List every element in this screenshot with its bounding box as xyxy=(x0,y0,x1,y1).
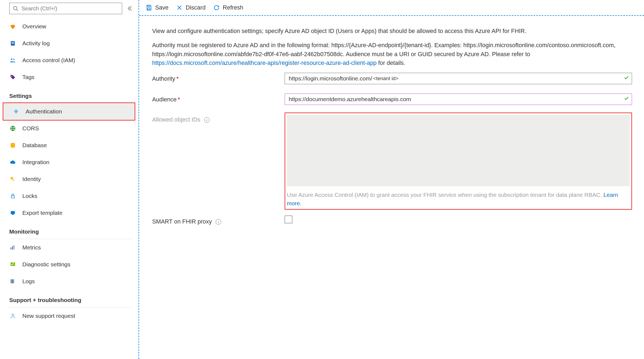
sidebar-item-label: Identity xyxy=(22,176,41,182)
sidebar-item-label: Metrics xyxy=(22,244,41,251)
sidebar-item-label: Logs xyxy=(22,278,35,285)
sidebar-item-label: CORS xyxy=(22,125,39,132)
svg-rect-23 xyxy=(148,5,150,7)
svg-rect-14 xyxy=(12,214,14,215)
sidebar-item-export-template[interactable]: Export template xyxy=(0,204,139,221)
docs-link[interactable]: https://docs.microsoft.com/azure/healthc… xyxy=(152,60,377,66)
sidebar-item-database[interactable]: Database xyxy=(0,137,139,154)
search-input[interactable] xyxy=(21,5,122,12)
label-text: Authority xyxy=(152,76,175,82)
sidebar-item-label: New support request xyxy=(22,313,75,319)
allowed-object-ids-input[interactable] xyxy=(287,115,630,186)
required-indicator: * xyxy=(178,96,180,103)
discard-button[interactable]: Discard xyxy=(176,4,206,11)
svg-point-0 xyxy=(14,7,17,10)
sidebar-item-label: Export template xyxy=(22,210,62,216)
sidebar-item-tags[interactable]: Tags xyxy=(0,69,139,86)
sidebar-item-activity-log[interactable]: Activity log xyxy=(0,35,139,52)
sidebar-item-label: Integration xyxy=(22,159,49,165)
support-icon xyxy=(9,312,16,319)
metrics-icon xyxy=(9,244,16,251)
refresh-icon xyxy=(213,4,220,11)
database-icon xyxy=(9,142,16,149)
svg-point-5 xyxy=(11,58,13,60)
svg-rect-21 xyxy=(13,279,14,283)
allowed-object-ids-hint: Use Azure Access Control (IAM) to grant … xyxy=(287,191,630,207)
sidebar-item-label: Diagnostic settings xyxy=(22,261,70,268)
key-icon xyxy=(9,176,16,183)
svg-rect-4 xyxy=(11,43,14,44)
sidebar-item-label: Overview xyxy=(22,23,46,30)
hint-text: Use Azure Access Control (IAM) to grant … xyxy=(287,192,603,198)
logs-icon xyxy=(9,278,16,285)
chevron-double-left-icon xyxy=(127,6,133,11)
intro-text: View and configure authentication settin… xyxy=(152,27,632,35)
sidebar-collapse-button[interactable] xyxy=(126,5,134,12)
button-label: Discard xyxy=(186,4,206,11)
svg-rect-19 xyxy=(11,279,12,283)
smart-on-fhir-checkbox[interactable] xyxy=(285,216,292,223)
svg-rect-11 xyxy=(12,179,14,181)
sidebar-item-label: Access control (IAM) xyxy=(22,57,75,64)
log-icon xyxy=(9,40,16,47)
details-pre-text: Authority must be registered to Azure AD… xyxy=(152,42,615,57)
save-icon xyxy=(146,4,152,11)
sidebar-item-metrics[interactable]: Metrics xyxy=(0,239,139,256)
lock-icon xyxy=(9,192,16,200)
sidebar-item-overview[interactable]: Overview xyxy=(0,18,139,35)
details-post-text: for details. xyxy=(377,60,405,66)
diagnostics-icon xyxy=(9,261,16,268)
sidebar-item-integration[interactable]: Integration xyxy=(0,154,139,171)
sidebar-item-label: Tags xyxy=(22,74,34,80)
sidebar-item-identity[interactable]: Identity xyxy=(0,171,139,188)
authority-value-text: https://login.microsoftonline.com/ xyxy=(289,74,372,83)
svg-rect-12 xyxy=(11,196,14,198)
sidebar-item-access-control[interactable]: Access control (IAM) xyxy=(0,52,139,69)
cloud-icon xyxy=(9,159,16,166)
authority-tenant-tag: <tenant id> xyxy=(372,75,400,82)
svg-rect-3 xyxy=(11,42,14,43)
smart-on-fhir-label: SMART on FHIR proxy i xyxy=(152,216,285,226)
toolbar: Save Discard Refresh xyxy=(139,0,644,16)
label-text: Audience xyxy=(152,96,177,103)
sidebar-item-authentication[interactable]: Authentication xyxy=(3,103,135,120)
annotation-highlight-authentication: Authentication xyxy=(3,102,135,120)
tag-icon xyxy=(9,74,16,81)
annotation-highlight-object-ids: Use Azure Access Control (IAM) to grant … xyxy=(285,113,632,210)
svg-rect-17 xyxy=(14,245,14,250)
sidebar-item-cors[interactable]: CORS xyxy=(0,120,139,137)
sidebar-item-diagnostic-settings[interactable]: Diagnostic settings xyxy=(0,256,139,273)
sidebar-item-logs[interactable]: Logs xyxy=(0,273,139,290)
checkmark-icon xyxy=(624,74,629,83)
refresh-button[interactable]: Refresh xyxy=(213,4,243,11)
svg-point-22 xyxy=(12,314,14,316)
section-header-support: Support + troubleshooting xyxy=(0,290,139,307)
export-icon xyxy=(9,209,16,216)
sidebar-item-new-support-request[interactable]: New support request xyxy=(0,307,139,324)
close-icon xyxy=(176,4,183,11)
diamond-icon xyxy=(13,108,20,115)
svg-rect-13 xyxy=(11,211,15,214)
authority-input[interactable]: https://login.microsoftonline.com/ <tena… xyxy=(285,73,632,84)
info-icon[interactable]: i xyxy=(216,219,221,225)
audience-label: Audience* xyxy=(152,93,285,104)
svg-rect-15 xyxy=(11,248,11,249)
audience-input[interactable] xyxy=(285,93,632,105)
checkmark-icon xyxy=(624,95,629,104)
info-icon[interactable]: i xyxy=(204,117,210,123)
button-label: Save xyxy=(155,4,168,11)
label-text: Allowed object IDs xyxy=(152,116,200,123)
search-box[interactable] xyxy=(9,3,122,14)
sidebar-item-label: Database xyxy=(22,142,47,149)
svg-rect-16 xyxy=(12,246,13,249)
authority-label: Authority* xyxy=(152,73,285,83)
sidebar-item-locks[interactable]: Locks xyxy=(0,188,139,204)
section-header-monitoring: Monitoring xyxy=(0,221,139,239)
label-text: SMART on FHIR proxy xyxy=(152,218,212,225)
details-text: Authority must be registered to Azure AD… xyxy=(152,41,632,67)
globe-icon xyxy=(9,125,16,132)
save-button[interactable]: Save xyxy=(146,4,168,11)
people-icon xyxy=(9,57,16,64)
allowed-object-ids-label: Allowed object IDs i xyxy=(152,114,285,124)
section-header-settings: Settings xyxy=(0,86,139,103)
